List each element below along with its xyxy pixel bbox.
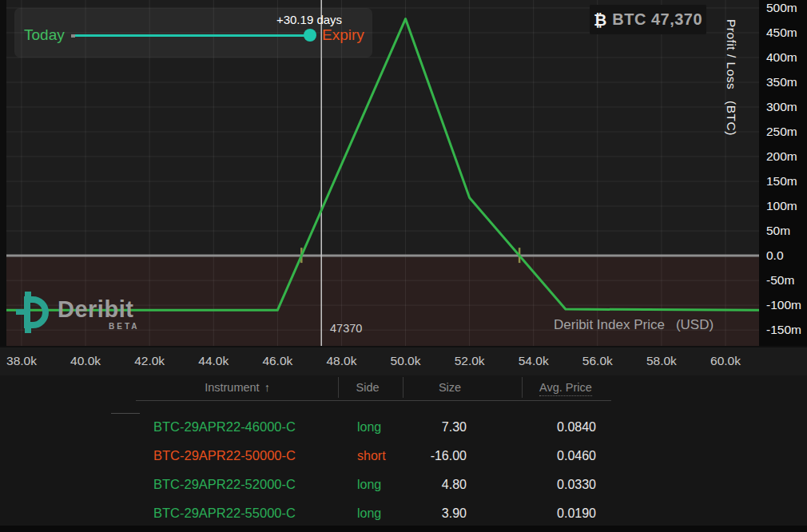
x-axis-tick-label: 60.0k (710, 354, 741, 368)
size-cell: 3.90 (387, 506, 467, 521)
y-axis-tick-label: 500m (766, 1, 797, 15)
y-axis-tick-label: 100m (766, 199, 797, 213)
header-divider (338, 377, 339, 398)
side-cell: short (357, 449, 386, 463)
x-axis-tick-label: 50.0k (391, 354, 421, 368)
instrument-cell[interactable]: BTC-29APR22-55000-C (153, 506, 296, 521)
expiry-slider-panel: Today +30.19 days Expiry (14, 8, 372, 58)
x-axis-tick-label: 40.0k (70, 354, 101, 368)
expiry-slider-track[interactable] (75, 34, 310, 37)
column-header-size[interactable]: Size (439, 381, 461, 394)
y-axis-tick-labels: 500m450m400m350m300m250m200m150m100m50m0… (759, 0, 807, 375)
column-header-side[interactable]: Side (356, 381, 379, 394)
current-price-label: 47370 (330, 322, 362, 335)
y-axis-tick-label: -50m (766, 273, 794, 288)
btc-price-text: BTC 47,370 (612, 10, 702, 29)
y-axis-tick-label: 250m (766, 125, 797, 139)
table-row[interactable]: BTC-29APR22-50000-C short -16.00 0.0460 (0, 448, 807, 472)
x-axis-tick-label: 52.0k (455, 354, 485, 368)
size-cell: -16.00 (387, 449, 467, 463)
deribit-brand-text: Deribit (58, 296, 133, 323)
btc-price-badge: ₿ BTC 47,370 (590, 5, 706, 34)
deribit-logo: Deribit BETA (14, 292, 158, 333)
header-divider (403, 377, 404, 398)
avg-price-cell: 0.0330 (500, 478, 596, 492)
y-axis-tick-label: 400m (766, 50, 797, 65)
x-axis-title: Deribit Index Price(USD) (554, 317, 714, 333)
bitcoin-icon: ₿ (594, 10, 606, 30)
positions-table: Instrument↑ Side Size Avg. Price BTC-29A… (0, 375, 807, 526)
beta-badge: BETA (109, 322, 139, 331)
table-row[interactable]: BTC-29APR22-52000-C long 4.80 0.0330 (0, 477, 807, 501)
x-axis-tick-label: 48.0k (326, 354, 356, 368)
y-axis-tick-label: 350m (766, 75, 797, 89)
header-rule (136, 400, 611, 401)
y-axis-title: Profit / Loss(BTC) (724, 19, 738, 136)
y-axis-tick-label: -150m (766, 323, 801, 337)
y-axis-unit: (BTC) (725, 101, 738, 136)
avg-price-cell: 0.0460 (500, 449, 596, 463)
column-header-instrument[interactable]: Instrument↑ (205, 381, 270, 394)
pnl-chart: Today +30.19 days Expiry ₿ BTC 47,370 47… (0, 0, 807, 346)
today-label: Today (24, 26, 65, 44)
side-cell: long (357, 478, 381, 492)
instrument-cell[interactable]: BTC-29APR22-52000-C (153, 477, 296, 492)
y-axis-tick-label: 150m (766, 174, 797, 189)
x-axis-tick-label: 42.0k (134, 354, 165, 368)
avg-price-cell: 0.0840 (500, 420, 596, 435)
table-row[interactable]: BTC-29APR22-46000-C long 7.30 0.0840 (0, 419, 807, 443)
x-axis-tick-label: 56.0k (582, 354, 613, 368)
y-axis-title-text: Profit / Loss (725, 19, 738, 89)
y-axis-tick-label: 50m (766, 224, 790, 238)
y-axis-tick-label: -100m (766, 298, 801, 312)
expiry-label: Expiry (322, 26, 364, 44)
y-axis-tick-label: 450m (766, 26, 797, 40)
days-to-expiry-label: +30.19 days (276, 13, 342, 26)
x-axis-tick-label: 44.0k (198, 354, 229, 368)
size-cell: 4.80 (387, 478, 467, 492)
row-group-handle[interactable] (111, 413, 140, 414)
expiry-slider-handle[interactable] (304, 29, 316, 42)
y-axis-tick-label: 200m (766, 149, 797, 164)
chart-left-gutter (0, 0, 6, 346)
column-header-avg-price[interactable]: Avg. Price (539, 381, 592, 396)
x-axis-tick-labels: 38.0k40.0k42.0k44.0k46.0k48.0k50.0k52.0k… (0, 346, 807, 375)
x-axis-unit: (USD) (676, 317, 714, 332)
instrument-cell[interactable]: BTC-29APR22-46000-C (153, 419, 296, 435)
side-cell: long (357, 506, 381, 521)
deribit-logo-icon (16, 292, 53, 333)
x-axis-tick-label: 38.0k (6, 354, 37, 368)
bottom-bar (0, 526, 807, 532)
instrument-header-label: Instrument (205, 381, 260, 394)
x-axis-tick-label: 58.0k (646, 354, 677, 368)
avg-price-cell: 0.0190 (500, 506, 596, 521)
x-axis-title-text: Deribit Index Price (554, 317, 665, 332)
y-axis-tick-label: 0.0 (766, 248, 784, 263)
deribit-position-builder: Today +30.19 days Expiry ₿ BTC 47,370 47… (0, 0, 807, 532)
size-cell: 7.30 (387, 420, 467, 435)
header-divider (522, 377, 523, 398)
y-axis-tick-label: 300m (766, 100, 797, 114)
instrument-cell[interactable]: BTC-29APR22-50000-C (153, 448, 296, 463)
side-cell: long (357, 420, 381, 435)
sort-ascending-icon: ↑ (264, 381, 270, 394)
x-axis-tick-label: 46.0k (262, 354, 292, 368)
x-axis-tick-label: 54.0k (519, 354, 549, 368)
